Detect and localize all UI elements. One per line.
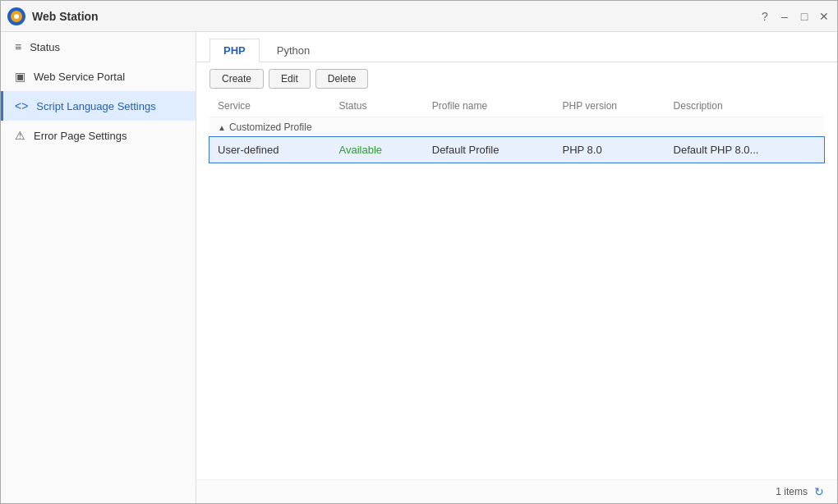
tab-python[interactable]: Python — [263, 39, 324, 62]
cell-status: Available — [330, 137, 423, 163]
status-badge: Available — [338, 144, 382, 156]
col-php-version: PHP version — [555, 95, 665, 117]
table-row[interactable]: User-defined Available Default Profile P… — [210, 137, 824, 163]
sidebar-label-status: Status — [30, 41, 60, 53]
error-page-icon: ⚠ — [15, 129, 25, 142]
item-count: 1 items — [776, 486, 808, 497]
sidebar-label-error-page: Error Page Settings — [34, 130, 127, 142]
svg-point-2 — [14, 14, 19, 19]
application-window: Web Station ? – □ ✕ ≡ Status ▣ Web Servi… — [0, 0, 838, 504]
close-button[interactable]: ✕ — [817, 10, 831, 23]
sidebar-label-script-language: Script Language Settings — [36, 100, 155, 112]
group-label-customized: ▲Customized Profile — [210, 117, 824, 138]
cell-service: User-defined — [210, 137, 330, 163]
footer: 1 items ↻ — [196, 479, 837, 503]
main-layout: ≡ Status ▣ Web Service Portal <> Script … — [1, 32, 837, 503]
sidebar-item-script-language-settings[interactable]: <> Script Language Settings — [1, 91, 196, 121]
col-description: Description — [665, 95, 824, 117]
cell-description: Default PHP 8.0... — [665, 137, 824, 163]
delete-button[interactable]: Delete — [315, 69, 369, 89]
window-controls: ? – □ ✕ — [758, 10, 831, 23]
content-area: PHP Python Create Edit Delete Service St… — [196, 32, 837, 503]
group-row-customized: ▲Customized Profile — [210, 117, 824, 138]
web-service-icon: ▣ — [15, 70, 25, 83]
col-service: Service — [210, 95, 330, 117]
sidebar: ≡ Status ▣ Web Service Portal <> Script … — [1, 32, 196, 503]
sidebar-item-status[interactable]: ≡ Status — [1, 32, 196, 62]
script-language-icon: <> — [15, 99, 28, 112]
tab-bar: PHP Python — [196, 32, 837, 62]
minimize-button[interactable]: – — [778, 10, 791, 23]
refresh-icon[interactable]: ↻ — [814, 485, 824, 498]
status-icon: ≡ — [15, 40, 21, 53]
help-button[interactable]: ? — [758, 10, 771, 23]
titlebar: Web Station ? – □ ✕ — [1, 1, 837, 32]
app-title: Web Station — [32, 10, 758, 23]
toolbar: Create Edit Delete — [196, 62, 837, 95]
sidebar-item-web-service-portal[interactable]: ▣ Web Service Portal — [1, 62, 196, 91]
col-profile-name: Profile name — [424, 95, 555, 117]
maximize-button[interactable]: □ — [798, 10, 811, 23]
tab-php[interactable]: PHP — [210, 39, 260, 62]
cell-profile-name: Default Profile — [424, 137, 555, 163]
col-status: Status — [330, 95, 423, 117]
cell-php-version: PHP 8.0 — [555, 137, 665, 163]
table-header-row: Service Status Profile name PHP version … — [210, 95, 824, 117]
create-button[interactable]: Create — [210, 69, 264, 89]
table-area: Service Status Profile name PHP version … — [196, 95, 837, 479]
sidebar-item-error-page-settings[interactable]: ⚠ Error Page Settings — [1, 121, 196, 150]
sidebar-label-web-service: Web Service Portal — [34, 71, 125, 83]
profiles-table: Service Status Profile name PHP version … — [210, 95, 824, 163]
chevron-icon: ▲ — [218, 123, 226, 132]
edit-button[interactable]: Edit — [269, 69, 311, 89]
app-logo — [7, 7, 25, 25]
